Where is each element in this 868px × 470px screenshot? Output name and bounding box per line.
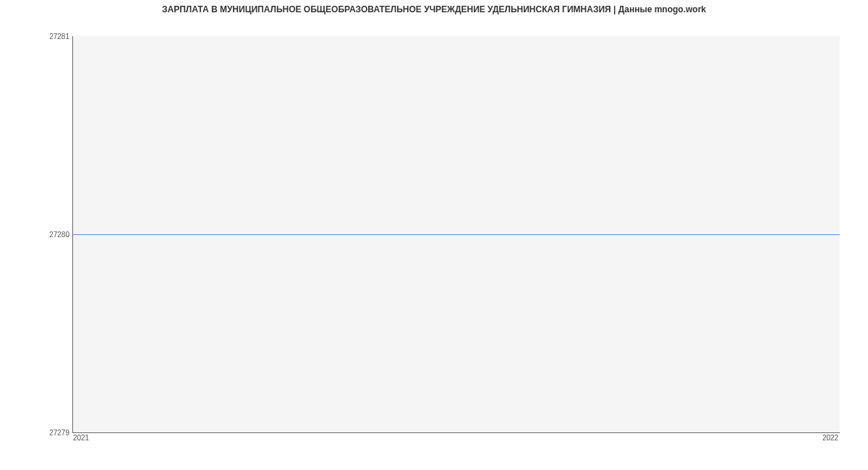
y-tick-label: 27280: [49, 231, 69, 239]
y-tick-label: 27281: [49, 33, 69, 40]
chart-title: ЗАРПЛАТА В МУНИЦИПАЛЬНОЕ ОБЩЕОБРАЗОВАТЕЛ…: [0, 4, 868, 14]
y-tick-label: 27279: [49, 429, 69, 437]
plot-area: [72, 36, 840, 433]
x-tick-label: 2022: [822, 434, 838, 442]
chart-container: ЗАРПЛАТА В МУНИЦИПАЛЬНОЕ ОБЩЕОБРАЗОВАТЕЛ…: [0, 0, 868, 470]
x-tick-label: 2021: [73, 434, 89, 442]
data-line: [73, 234, 840, 235]
